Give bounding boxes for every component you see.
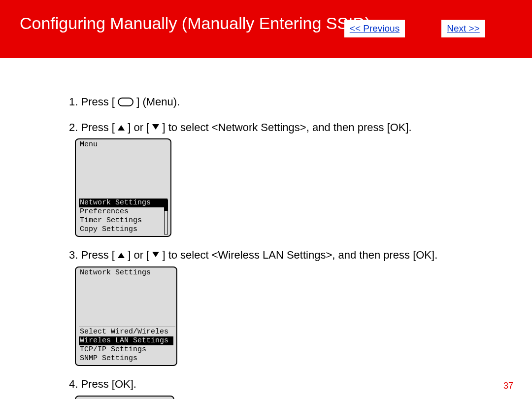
lcd-screen-network: Network Settings Select Wired/Wireles Wi… bbox=[75, 266, 177, 366]
step-1-text-post: ] (Menu). bbox=[136, 96, 180, 108]
step-3-text-post: ] to select <Wireless LAN Settings>, and… bbox=[162, 249, 437, 261]
step-1: 1. Press [ ] (Menu). bbox=[69, 95, 532, 109]
lcd-item: Select Wired/Wireles bbox=[79, 328, 173, 336]
lcd-item: Preferences bbox=[79, 207, 167, 216]
up-arrow-icon bbox=[118, 125, 125, 131]
step-4-text: 4. Press [OK]. bbox=[69, 378, 136, 390]
lcd-item: TCP/IP Settings bbox=[79, 345, 173, 354]
lcd-scrollbar bbox=[164, 200, 168, 234]
step-3: 3. Press [ ] or [ ] to select <Wireless … bbox=[69, 248, 532, 366]
lcd-title: Network Settings bbox=[79, 268, 175, 327]
content-area: 1. Press [ ] (Menu). 2. Press [ ] or [ ]… bbox=[0, 58, 532, 399]
next-button[interactable]: Next >> bbox=[441, 20, 485, 37]
lcd-item-selected: Network Settings bbox=[79, 199, 167, 207]
page-title: Configuring Manually (Manually Entering … bbox=[20, 14, 370, 33]
step-2: 2. Press [ ] or [ ] to select <Network S… bbox=[69, 120, 532, 237]
step-4: 4. Press [OK]. See Wireless LAN Setting … bbox=[69, 377, 532, 399]
up-arrow-icon bbox=[118, 253, 125, 258]
step-1-text-pre: 1. Press [ bbox=[69, 96, 115, 108]
lcd-item-selected: Wireles LAN Settings bbox=[79, 336, 173, 345]
lcd-title: Menu bbox=[79, 140, 169, 199]
lcd-item: Copy Settings bbox=[79, 225, 167, 234]
previous-button[interactable]: << Previous bbox=[344, 20, 405, 37]
step-2-text-pre: 2. Press [ bbox=[69, 121, 115, 133]
down-arrow-icon bbox=[152, 124, 159, 130]
lcd-item: SNMP Settings bbox=[79, 354, 173, 363]
lcd-item: Timer Settings bbox=[79, 216, 167, 225]
lcd-screen-message: See Wireless LAN Setting Guide to perfor… bbox=[75, 396, 174, 399]
step-2-text-mid: ] or [ bbox=[128, 121, 149, 133]
page-number: 37 bbox=[503, 381, 513, 391]
menu-icon bbox=[118, 98, 133, 106]
step-3-text-mid: ] or [ bbox=[128, 249, 149, 261]
lcd-screen-menu: Menu Network Settings Preferences Timer … bbox=[75, 138, 171, 237]
down-arrow-icon bbox=[152, 252, 159, 257]
step-2-text-post: ] to select <Network Settings>, and then… bbox=[162, 121, 411, 133]
step-3-text-pre: 3. Press [ bbox=[69, 249, 115, 261]
header-bar: Configuring Manually (Manually Entering … bbox=[0, 0, 532, 58]
